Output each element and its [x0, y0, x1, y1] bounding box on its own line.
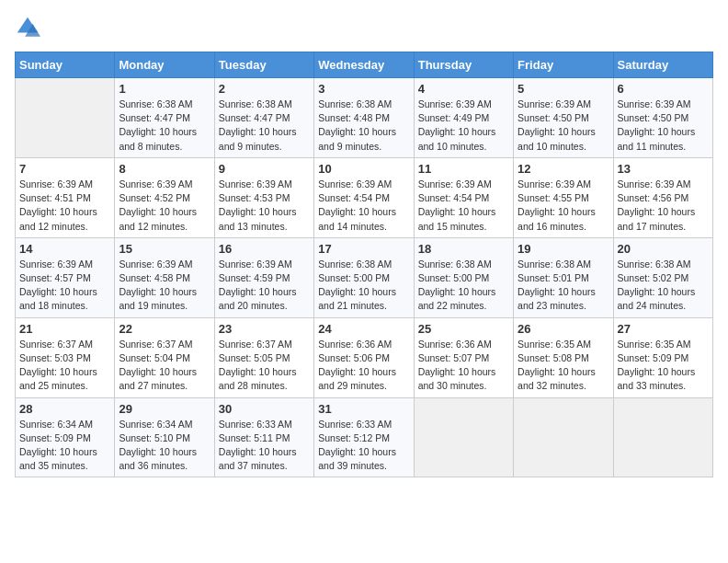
day-info: Sunrise: 6:38 AM Sunset: 4:47 PM Dayligh… — [219, 98, 310, 154]
day-number: 4 — [418, 82, 509, 96]
day-number: 28 — [19, 402, 110, 416]
day-info: Sunrise: 6:35 AM Sunset: 5:08 PM Dayligh… — [518, 338, 609, 394]
cell-w4-d7: 27Sunrise: 6:35 AM Sunset: 5:09 PM Dayli… — [613, 317, 712, 397]
day-number: 21 — [19, 322, 110, 336]
day-info: Sunrise: 6:38 AM Sunset: 4:47 PM Dayligh… — [119, 98, 210, 154]
cell-w5-d1: 28Sunrise: 6:34 AM Sunset: 5:09 PM Dayli… — [16, 397, 115, 477]
day-number: 23 — [219, 322, 310, 336]
cell-w2-d7: 13Sunrise: 6:39 AM Sunset: 4:56 PM Dayli… — [613, 157, 712, 237]
cell-w5-d5 — [414, 397, 513, 477]
header-thursday: Thursday — [414, 52, 513, 78]
week-row-4: 21Sunrise: 6:37 AM Sunset: 5:03 PM Dayli… — [16, 317, 713, 397]
day-info: Sunrise: 6:39 AM Sunset: 4:58 PM Dayligh… — [119, 258, 210, 314]
day-info: Sunrise: 6:33 AM Sunset: 5:11 PM Dayligh… — [219, 418, 310, 474]
cell-w4-d4: 24Sunrise: 6:36 AM Sunset: 5:06 PM Dayli… — [314, 317, 414, 397]
cell-w5-d3: 30Sunrise: 6:33 AM Sunset: 5:11 PM Dayli… — [214, 397, 313, 477]
week-row-1: 1Sunrise: 6:38 AM Sunset: 4:47 PM Daylig… — [16, 78, 713, 158]
day-number: 11 — [418, 162, 509, 176]
cell-w4-d1: 21Sunrise: 6:37 AM Sunset: 5:03 PM Dayli… — [16, 317, 115, 397]
day-number: 7 — [19, 162, 110, 176]
day-number: 30 — [219, 402, 310, 416]
cell-w5-d6 — [514, 397, 613, 477]
day-number: 12 — [518, 162, 609, 176]
day-info: Sunrise: 6:38 AM Sunset: 4:48 PM Dayligh… — [318, 98, 409, 154]
day-info: Sunrise: 6:39 AM Sunset: 4:55 PM Dayligh… — [518, 178, 609, 234]
day-number: 10 — [318, 162, 409, 176]
day-info: Sunrise: 6:37 AM Sunset: 5:05 PM Dayligh… — [219, 338, 310, 394]
cell-w1-d6: 5Sunrise: 6:39 AM Sunset: 4:50 PM Daylig… — [514, 78, 613, 158]
day-info: Sunrise: 6:39 AM Sunset: 4:56 PM Dayligh… — [618, 178, 709, 234]
day-info: Sunrise: 6:34 AM Sunset: 5:09 PM Dayligh… — [19, 418, 110, 474]
day-number: 26 — [518, 322, 609, 336]
day-info: Sunrise: 6:39 AM Sunset: 4:49 PM Dayligh… — [418, 98, 509, 154]
day-number: 13 — [618, 162, 709, 176]
day-number: 27 — [618, 322, 709, 336]
cell-w1-d2: 1Sunrise: 6:38 AM Sunset: 4:47 PM Daylig… — [115, 78, 214, 158]
day-info: Sunrise: 6:39 AM Sunset: 4:57 PM Dayligh… — [19, 258, 110, 314]
header-friday: Friday — [514, 52, 613, 78]
day-info: Sunrise: 6:39 AM Sunset: 4:50 PM Dayligh… — [518, 98, 609, 154]
cell-w4-d6: 26Sunrise: 6:35 AM Sunset: 5:08 PM Dayli… — [514, 317, 613, 397]
cell-w1-d1 — [16, 78, 115, 158]
day-info: Sunrise: 6:38 AM Sunset: 5:01 PM Dayligh… — [518, 258, 609, 314]
day-info: Sunrise: 6:36 AM Sunset: 5:06 PM Dayligh… — [318, 338, 409, 394]
cell-w3-d4: 17Sunrise: 6:38 AM Sunset: 5:00 PM Dayli… — [314, 237, 414, 317]
cell-w1-d3: 2Sunrise: 6:38 AM Sunset: 4:47 PM Daylig… — [214, 78, 313, 158]
day-info: Sunrise: 6:38 AM Sunset: 5:02 PM Dayligh… — [618, 258, 709, 314]
cell-w2-d6: 12Sunrise: 6:39 AM Sunset: 4:55 PM Dayli… — [514, 157, 613, 237]
cell-w1-d5: 4Sunrise: 6:39 AM Sunset: 4:49 PM Daylig… — [414, 78, 513, 158]
calendar-table: SundayMondayTuesdayWednesdayThursdayFrid… — [15, 52, 713, 477]
header-wednesday: Wednesday — [314, 52, 414, 78]
day-number: 16 — [219, 242, 310, 256]
cell-w2-d5: 11Sunrise: 6:39 AM Sunset: 4:54 PM Dayli… — [414, 157, 513, 237]
cell-w2-d4: 10Sunrise: 6:39 AM Sunset: 4:54 PM Dayli… — [314, 157, 414, 237]
cell-w5-d2: 29Sunrise: 6:34 AM Sunset: 5:10 PM Dayli… — [115, 397, 214, 477]
page-header — [15, 15, 713, 40]
day-info: Sunrise: 6:39 AM Sunset: 4:59 PM Dayligh… — [219, 258, 310, 314]
day-number: 17 — [318, 242, 409, 256]
day-info: Sunrise: 6:33 AM Sunset: 5:12 PM Dayligh… — [318, 418, 409, 474]
week-row-2: 7Sunrise: 6:39 AM Sunset: 4:51 PM Daylig… — [16, 157, 713, 237]
day-number: 31 — [318, 402, 409, 416]
cell-w3-d7: 20Sunrise: 6:38 AM Sunset: 5:02 PM Dayli… — [613, 237, 712, 317]
cell-w1-d7: 6Sunrise: 6:39 AM Sunset: 4:50 PM Daylig… — [613, 78, 712, 158]
day-info: Sunrise: 6:38 AM Sunset: 5:00 PM Dayligh… — [418, 258, 509, 314]
day-info: Sunrise: 6:39 AM Sunset: 4:54 PM Dayligh… — [418, 178, 509, 234]
header-monday: Monday — [115, 52, 214, 78]
week-row-3: 14Sunrise: 6:39 AM Sunset: 4:57 PM Dayli… — [16, 237, 713, 317]
cell-w4-d5: 25Sunrise: 6:36 AM Sunset: 5:07 PM Dayli… — [414, 317, 513, 397]
cell-w3-d6: 19Sunrise: 6:38 AM Sunset: 5:01 PM Dayli… — [514, 237, 613, 317]
cell-w3-d1: 14Sunrise: 6:39 AM Sunset: 4:57 PM Dayli… — [16, 237, 115, 317]
day-number: 9 — [219, 162, 310, 176]
day-info: Sunrise: 6:37 AM Sunset: 5:04 PM Dayligh… — [119, 338, 210, 394]
day-number: 19 — [518, 242, 609, 256]
cell-w5-d4: 31Sunrise: 6:33 AM Sunset: 5:12 PM Dayli… — [314, 397, 414, 477]
day-info: Sunrise: 6:36 AM Sunset: 5:07 PM Dayligh… — [418, 338, 509, 394]
cell-w2-d3: 9Sunrise: 6:39 AM Sunset: 4:53 PM Daylig… — [214, 157, 313, 237]
week-row-5: 28Sunrise: 6:34 AM Sunset: 5:09 PM Dayli… — [16, 397, 713, 477]
day-number: 29 — [119, 402, 210, 416]
day-number: 15 — [119, 242, 210, 256]
day-info: Sunrise: 6:35 AM Sunset: 5:09 PM Dayligh… — [618, 338, 709, 394]
logo — [15, 15, 44, 40]
day-number: 14 — [19, 242, 110, 256]
logo-icon — [15, 15, 40, 40]
cell-w5-d7 — [613, 397, 712, 477]
day-number: 20 — [618, 242, 709, 256]
day-info: Sunrise: 6:39 AM Sunset: 4:50 PM Dayligh… — [618, 98, 709, 154]
cell-w1-d4: 3Sunrise: 6:38 AM Sunset: 4:48 PM Daylig… — [314, 78, 414, 158]
header-row: SundayMondayTuesdayWednesdayThursdayFrid… — [16, 52, 713, 78]
day-info: Sunrise: 6:39 AM Sunset: 4:54 PM Dayligh… — [318, 178, 409, 234]
header-tuesday: Tuesday — [214, 52, 313, 78]
day-info: Sunrise: 6:38 AM Sunset: 5:00 PM Dayligh… — [318, 258, 409, 314]
day-number: 6 — [618, 82, 709, 96]
cell-w4-d3: 23Sunrise: 6:37 AM Sunset: 5:05 PM Dayli… — [214, 317, 313, 397]
day-number: 3 — [318, 82, 409, 96]
cell-w4-d2: 22Sunrise: 6:37 AM Sunset: 5:04 PM Dayli… — [115, 317, 214, 397]
day-number: 24 — [318, 322, 409, 336]
day-number: 5 — [518, 82, 609, 96]
day-number: 18 — [418, 242, 509, 256]
day-number: 1 — [119, 82, 210, 96]
cell-w3-d2: 15Sunrise: 6:39 AM Sunset: 4:58 PM Dayli… — [115, 237, 214, 317]
day-number: 22 — [119, 322, 210, 336]
